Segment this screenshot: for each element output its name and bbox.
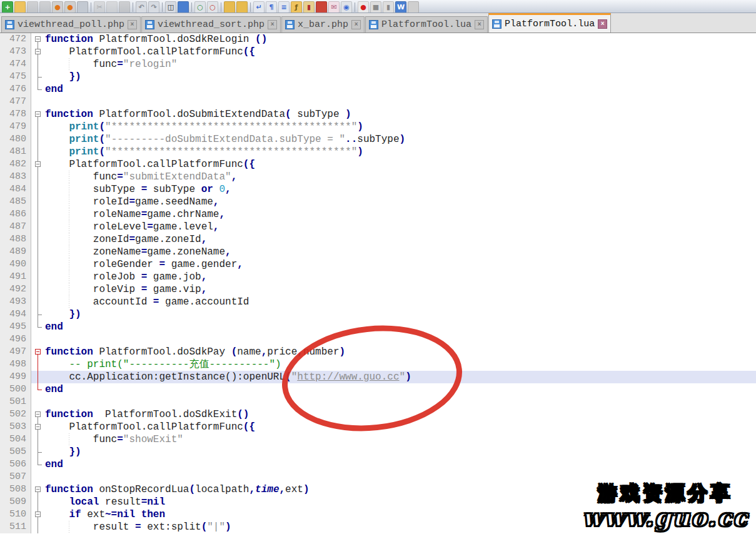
line-number: 474: [0, 58, 31, 71]
code-text[interactable]: PlatformTool.callPlatformFunc({: [45, 46, 756, 58]
line-number: 484: [0, 183, 31, 196]
code-text[interactable]: function PlatformTool.doSubmitExtendData…: [45, 108, 756, 121]
code-text[interactable]: func="submitExtendData",: [45, 171, 756, 183]
tab-close-icon[interactable]: ×: [128, 20, 137, 29]
code-text[interactable]: }): [45, 71, 756, 83]
code-text[interactable]: PlatformTool.callPlatformFunc({: [45, 158, 756, 171]
fold-toggle[interactable]: [31, 108, 45, 121]
browser-view-icon[interactable]: [178, 1, 189, 13]
code-text[interactable]: zoneId=game.zoneId,: [45, 233, 756, 246]
pilcrow-icon[interactable]: ¶: [266, 1, 277, 13]
fold-toggle[interactable]: [31, 346, 45, 358]
code-text[interactable]: func="showExit": [45, 433, 756, 446]
code-text[interactable]: end: [45, 321, 756, 333]
line-list-icon[interactable]: ≡: [278, 1, 290, 13]
code-text[interactable]: print("*********************************…: [45, 121, 756, 133]
code-text[interactable]: [45, 333, 756, 346]
code-line: 479 print("*****************************…: [0, 121, 756, 133]
code-text[interactable]: print("---------doSubmitExtendData.subTy…: [45, 133, 756, 146]
file-tab[interactable]: PlatformTool.lua ×: [365, 16, 488, 33]
fold-margin: [31, 333, 45, 346]
file-tab[interactable]: viewthread_poll.php ×: [1, 16, 141, 33]
replace-icon[interactable]: ○: [207, 1, 218, 13]
code-line: 505 }): [0, 446, 756, 458]
save-icon[interactable]: [27, 1, 38, 13]
code-text[interactable]: subType = subType or 0,: [45, 183, 756, 196]
code-text[interactable]: function PlatformTool.doSdkReLogin (): [45, 33, 756, 46]
redo-icon[interactable]: ↷: [148, 1, 159, 13]
code-text[interactable]: zoneName=game.zoneName,: [45, 246, 756, 258]
file-tab[interactable]: PlatformTool.lua ×: [488, 13, 611, 33]
code-text[interactable]: accountId = game.accountId: [45, 296, 756, 308]
fold-toggle[interactable]: [31, 46, 45, 58]
code-text[interactable]: roleJob = game.job,: [45, 271, 756, 283]
chart-icon[interactable]: ▮: [303, 1, 315, 13]
fold-toggle[interactable]: [31, 421, 45, 433]
line-number: 472: [0, 33, 31, 46]
undo-icon[interactable]: ↶: [136, 1, 147, 13]
lock-all-icon[interactable]: [236, 1, 248, 13]
code-text[interactable]: roleVip = game.vip,: [45, 283, 756, 296]
word-export-icon[interactable]: W: [395, 1, 406, 13]
preview-icon[interactable]: ◉: [341, 1, 352, 13]
code-text[interactable]: function PlatformTool.doSdkExit(): [45, 408, 756, 421]
tab-close-icon[interactable]: ×: [351, 20, 361, 29]
code-text[interactable]: -- print("----------充值----------"): [45, 358, 756, 371]
word-wrap-icon[interactable]: ↵: [253, 1, 265, 13]
fold-toggle[interactable]: [31, 408, 45, 421]
code-editor[interactable]: 472 function PlatformTool.doSdkReLogin (…: [0, 33, 756, 534]
close-all-icon[interactable]: ●: [64, 1, 76, 13]
code-text[interactable]: print("*********************************…: [45, 146, 756, 158]
cut-icon[interactable]: ✂: [94, 1, 105, 13]
fold-toggle[interactable]: [31, 158, 45, 171]
function-list-icon[interactable]: ƒ: [291, 1, 302, 13]
close-file-icon[interactable]: ●: [52, 1, 63, 13]
fold-toggle[interactable]: [31, 508, 45, 521]
code-text[interactable]: end: [45, 458, 756, 471]
file-tab[interactable]: x_bar.php ×: [281, 16, 365, 33]
code-text[interactable]: roleLevel=game.level,: [45, 221, 756, 233]
lock-icon[interactable]: [224, 1, 235, 13]
code-text[interactable]: end: [45, 83, 756, 96]
tab-close-icon[interactable]: ×: [475, 20, 484, 29]
code-text[interactable]: [45, 396, 756, 408]
play-macro-icon[interactable]: ▮: [383, 1, 394, 13]
code-line: 486 roleName=game.chrName,: [0, 208, 756, 221]
fold-margin: [31, 271, 45, 283]
fold-toggle[interactable]: [31, 33, 45, 46]
fold-margin: [31, 83, 45, 96]
code-text[interactable]: PlatformTool.callPlatformFunc({: [45, 421, 756, 433]
mail-icon[interactable]: ✉: [328, 1, 340, 13]
code-text[interactable]: roleGender = game.gender,: [45, 258, 756, 271]
open-folder-icon[interactable]: [14, 1, 26, 13]
record-macro-icon[interactable]: ●: [358, 1, 369, 13]
line-number: 475: [0, 71, 31, 83]
code-text[interactable]: cc.Application:getInstance():openURL("ht…: [45, 371, 756, 383]
line-number: 506: [0, 458, 31, 471]
code-text[interactable]: [45, 96, 756, 108]
misc-icon[interactable]: [408, 1, 419, 13]
stop-macro-icon[interactable]: ■: [370, 1, 381, 13]
print-icon[interactable]: [77, 1, 88, 13]
code-line: 492 roleVip = game.vip,: [0, 283, 756, 296]
pdf-icon[interactable]: [316, 1, 327, 13]
tab-close-icon[interactable]: ×: [598, 19, 607, 29]
code-text[interactable]: function PlatformTool.doSdkPay (name,pri…: [45, 346, 756, 358]
paste-icon[interactable]: [119, 1, 130, 13]
code-text[interactable]: roleId=game.seedName,: [45, 196, 756, 208]
code-text[interactable]: }): [45, 308, 756, 321]
fold-toggle[interactable]: [31, 483, 45, 496]
tab-close-icon[interactable]: ×: [268, 20, 277, 29]
window-split-icon[interactable]: ◫: [165, 1, 176, 13]
code-text[interactable]: end: [45, 383, 756, 396]
code-text[interactable]: func="relogin": [45, 58, 756, 71]
url-link[interactable]: http://www.guo.cc: [297, 371, 399, 383]
copy-icon[interactable]: [106, 1, 118, 13]
code-text[interactable]: }): [45, 446, 756, 458]
fold-margin: [31, 396, 45, 408]
find-icon[interactable]: ○: [194, 1, 206, 13]
new-file-icon[interactable]: +: [2, 1, 13, 13]
code-text[interactable]: roleName=game.chrName,: [45, 208, 756, 221]
file-tab[interactable]: viewthread_sort.php ×: [141, 16, 281, 33]
save-all-icon[interactable]: [39, 1, 51, 13]
